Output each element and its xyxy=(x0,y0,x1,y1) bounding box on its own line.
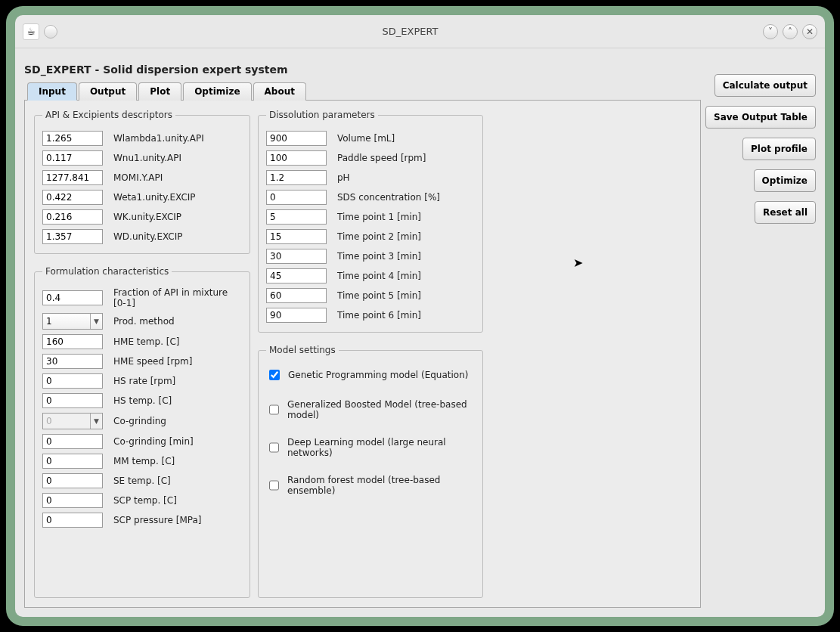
optimize-button[interactable]: Optimize xyxy=(754,169,816,192)
field-label: Wlambda1.unity.API xyxy=(113,133,204,144)
field-row: SCP pressure [MPa] xyxy=(42,513,242,528)
field-label: pH xyxy=(337,172,350,183)
model-label: Random forest model (tree-based ensemble… xyxy=(287,475,475,496)
value-input[interactable] xyxy=(266,249,327,264)
value-input[interactable] xyxy=(266,190,327,205)
app-window: ☕ SD_EXPERT ˅ ˄ ✕ SD_EXPERT - Solid disp… xyxy=(15,15,825,617)
field-row: HS temp. [C] xyxy=(42,393,242,408)
group-formulation: Formulation characteristics Fraction of … xyxy=(34,266,250,598)
value-input[interactable] xyxy=(266,150,327,166)
group-model-legend: Model settings xyxy=(266,345,339,355)
field-row: HME temp. [C] xyxy=(42,334,242,349)
tab-input[interactable]: Input xyxy=(27,82,77,101)
field-label: Time point 5 [min] xyxy=(337,290,421,301)
model-checkbox[interactable] xyxy=(269,480,279,491)
reset-all-button[interactable]: Reset all xyxy=(755,201,816,224)
maximize-button[interactable]: ˄ xyxy=(783,24,798,39)
field-label: Fraction of API in mixture [0-1] xyxy=(113,287,242,308)
model-checkbox[interactable] xyxy=(269,442,279,453)
field-row: Wnu1.unity.API xyxy=(42,150,242,166)
model-option: Random forest model (tree-based ensemble… xyxy=(266,475,475,496)
field-label: HME speed [rpm] xyxy=(113,356,192,367)
tab-about[interactable]: About xyxy=(253,82,306,101)
field-label: WD.unity.EXCIP xyxy=(113,231,182,242)
field-row: SE temp. [C] xyxy=(42,473,242,488)
model-option: Generalized Boosted Model (tree-based mo… xyxy=(266,399,475,420)
value-input[interactable] xyxy=(42,493,103,508)
value-input[interactable] xyxy=(42,354,103,369)
value-input[interactable] xyxy=(42,334,103,349)
value-input[interactable] xyxy=(42,229,103,244)
value-input[interactable] xyxy=(42,513,103,528)
side-buttons: Calculate outputSave Output TablePlot pr… xyxy=(710,54,816,608)
minimize-button[interactable]: ˅ xyxy=(763,24,778,39)
value-input[interactable] xyxy=(266,268,327,283)
value-input[interactable] xyxy=(266,308,327,323)
model-checkbox[interactable] xyxy=(269,370,280,380)
value-input[interactable] xyxy=(42,473,103,488)
value-input[interactable] xyxy=(42,150,103,166)
model-checkbox[interactable] xyxy=(269,404,279,415)
group-dissolution-legend: Dissolution parameters xyxy=(266,110,378,120)
field-label: Co-grinding xyxy=(113,416,166,426)
field-label: MM temp. [C] xyxy=(113,456,175,466)
field-label: Volume [mL] xyxy=(337,133,395,144)
combo-select[interactable]: 1▼ xyxy=(42,313,103,330)
value-input[interactable] xyxy=(42,373,103,389)
value-input[interactable] xyxy=(42,434,103,449)
field-row: HS rate [rpm] xyxy=(42,373,242,389)
field-row: 0▼Co-grinding xyxy=(42,413,242,429)
field-label: HME temp. [C] xyxy=(113,336,180,347)
field-row: SDS concentration [%] xyxy=(266,190,475,205)
value-input[interactable] xyxy=(42,170,103,185)
field-label: SCP pressure [MPa] xyxy=(113,515,201,525)
field-row: Weta1.unity.EXCIP xyxy=(42,190,242,205)
field-row: MM temp. [C] xyxy=(42,454,242,469)
field-row: HME speed [rpm] xyxy=(42,354,242,369)
value-input[interactable] xyxy=(266,288,327,303)
field-label: Wnu1.unity.API xyxy=(113,153,181,163)
value-input[interactable] xyxy=(266,131,327,146)
combo-select: 0▼ xyxy=(42,413,103,429)
group-api-descriptors: API & Excipients descriptors Wlambda1.un… xyxy=(34,110,250,254)
tab-plot[interactable]: Plot xyxy=(138,82,181,101)
value-input[interactable] xyxy=(42,209,103,225)
save-output-table-button[interactable]: Save Output Table xyxy=(705,106,816,129)
field-row: Volume [mL] xyxy=(266,131,475,146)
value-input[interactable] xyxy=(266,229,327,244)
group-formulation-legend: Formulation characteristics xyxy=(42,266,172,277)
field-row: Co-grinding [min] xyxy=(42,434,242,449)
field-row: MOMI.Y.API xyxy=(42,170,242,185)
field-label: MOMI.Y.API xyxy=(113,172,163,183)
tab-output[interactable]: Output xyxy=(79,82,137,101)
field-label: Time point 3 [min] xyxy=(337,251,421,262)
combo-value: 1 xyxy=(43,316,90,327)
calculate-output-button[interactable]: Calculate output xyxy=(714,74,816,97)
field-label: Time point 6 [min] xyxy=(337,310,421,321)
value-input[interactable] xyxy=(42,131,103,146)
field-row: Time point 3 [min] xyxy=(266,249,475,264)
field-label: SCP temp. [C] xyxy=(113,495,177,506)
rollup-button[interactable] xyxy=(44,25,57,39)
value-input[interactable] xyxy=(266,170,327,185)
field-row: 1▼Prod. method xyxy=(42,313,242,330)
window-title: SD_EXPERT xyxy=(57,26,763,37)
value-input[interactable] xyxy=(42,393,103,408)
field-label: Weta1.unity.EXCIP xyxy=(113,192,196,203)
field-label: Time point 2 [min] xyxy=(337,231,421,242)
field-label: SE temp. [C] xyxy=(113,476,171,486)
chevron-down-icon: ▼ xyxy=(90,314,102,329)
group-dissolution: Dissolution parameters Volume [mL]Paddle… xyxy=(258,110,483,333)
close-button[interactable]: ✕ xyxy=(802,24,817,39)
tabbar: InputOutputPlotOptimizeAbout xyxy=(24,82,701,101)
tab-optimize[interactable]: Optimize xyxy=(183,82,251,101)
value-input[interactable] xyxy=(42,290,103,305)
page-title: SD_EXPERT - Solid dispersion expert syst… xyxy=(24,54,701,82)
value-input[interactable] xyxy=(42,190,103,205)
value-input[interactable] xyxy=(266,209,327,225)
field-label: Time point 1 [min] xyxy=(337,212,421,222)
plot-profile-button[interactable]: Plot profile xyxy=(742,138,816,160)
model-label: Generalized Boosted Model (tree-based mo… xyxy=(287,399,475,420)
field-row: Time point 4 [min] xyxy=(266,268,475,283)
value-input[interactable] xyxy=(42,454,103,469)
